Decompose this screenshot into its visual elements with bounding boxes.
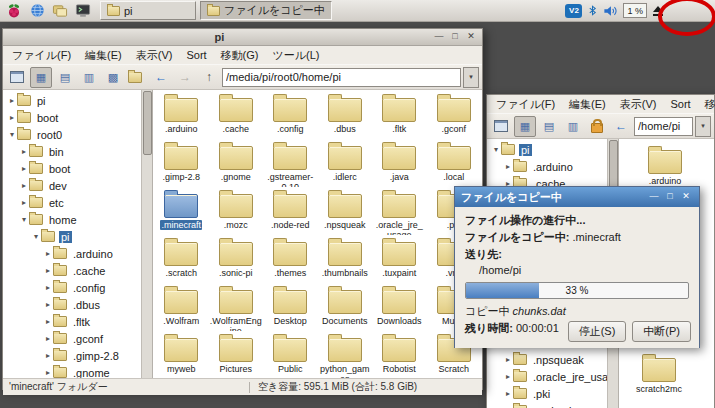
expander-icon[interactable]: [43, 250, 53, 258]
maximize-icon[interactable]: [663, 191, 677, 203]
minimize-icon[interactable]: [647, 191, 661, 203]
file-item[interactable]: .WolframEngine: [209, 283, 264, 331]
cancel-button[interactable]: 中断(P): [632, 321, 691, 342]
close-icon[interactable]: [464, 31, 478, 43]
file-item[interactable]: python_games: [318, 331, 373, 378]
expander-icon[interactable]: [19, 216, 29, 224]
compact-view-button[interactable]: [538, 116, 560, 137]
maximize-icon[interactable]: [448, 31, 462, 43]
compact-view-button[interactable]: [54, 67, 76, 88]
tree-item[interactable]: .npsqueak: [488, 351, 608, 368]
menu-item[interactable]: Sort: [663, 97, 697, 111]
menu-item[interactable]: Sort: [179, 48, 213, 62]
menu-item[interactable]: ファイル(F): [5, 47, 78, 64]
expander-icon[interactable]: [7, 97, 17, 105]
path-input[interactable]: [634, 117, 693, 136]
tree-item[interactable]: pi: [4, 92, 142, 109]
file-item[interactable]: .arduino: [637, 143, 693, 186]
expander-icon[interactable]: [43, 318, 53, 326]
file-item[interactable]: .thumbnails: [318, 235, 373, 283]
file-item[interactable]: .Wolfram: [154, 283, 209, 331]
file-item[interactable]: .gnome: [209, 139, 264, 187]
tree-scrollbar[interactable]: [141, 90, 152, 378]
up-button[interactable]: [198, 67, 220, 88]
back-button[interactable]: [150, 67, 172, 88]
expander-icon[interactable]: [43, 335, 53, 343]
expander-icon[interactable]: [43, 301, 53, 309]
tree-item[interactable]: .gnome: [4, 364, 142, 378]
expander-icon[interactable]: [43, 352, 53, 360]
stop-button[interactable]: 停止(S): [568, 321, 627, 342]
menu-item[interactable]: 移動(G): [214, 47, 266, 64]
detailed-view-button[interactable]: [562, 116, 584, 137]
tree-item[interactable]: pi: [4, 228, 142, 245]
tree-item[interactable]: .dbus: [4, 296, 142, 313]
tree-item[interactable]: .oracle_jre_usage: [488, 368, 608, 385]
start-menu-button[interactable]: [4, 2, 24, 20]
file-item[interactable]: .npsqueak: [318, 187, 373, 235]
vnc-icon[interactable]: V2: [565, 4, 582, 18]
menu-item[interactable]: ファイル(F): [489, 96, 562, 113]
file-item[interactable]: .gimp-2.8: [154, 139, 209, 187]
tree-item[interactable]: .config: [4, 279, 142, 296]
expander-icon[interactable]: [31, 233, 41, 241]
file-item[interactable]: .idlerc: [318, 139, 373, 187]
file-item[interactable]: Robotist: [372, 331, 427, 378]
back-button[interactable]: [610, 116, 632, 137]
file-item[interactable]: Documents: [318, 283, 373, 331]
expander-icon[interactable]: [19, 148, 29, 156]
file-item[interactable]: .local: [427, 139, 482, 187]
tree-item[interactable]: dev: [4, 177, 142, 194]
menu-item[interactable]: 編集(E): [78, 47, 129, 64]
file-item[interactable]: myweb: [154, 331, 209, 378]
close-icon[interactable]: [679, 191, 693, 203]
new-tab-button[interactable]: [490, 116, 512, 137]
bluetooth-icon[interactable]: [587, 3, 598, 18]
file-item[interactable]: .themes: [263, 235, 318, 283]
file-item[interactable]: Pictures: [209, 331, 264, 378]
icon-view-button[interactable]: [30, 67, 52, 88]
path-dropdown-button chevron-down-icon[interactable]: [695, 116, 711, 137]
expander-icon[interactable]: [19, 182, 29, 190]
file-item[interactable]: Public: [263, 331, 318, 378]
detailed-view-button[interactable]: [78, 67, 100, 88]
icon-view-button[interactable]: [514, 116, 536, 137]
menu-item[interactable]: 移動(G): [698, 96, 715, 113]
tree-item[interactable]: .arduino: [4, 245, 142, 262]
expander-icon[interactable]: [503, 373, 513, 381]
scrollbar-thumb[interactable]: [143, 91, 152, 155]
tree-item[interactable]: .arduino: [488, 158, 608, 175]
tree-item[interactable]: .gconf: [4, 330, 142, 347]
expander-icon[interactable]: [43, 284, 53, 292]
file-item[interactable]: Desktop: [263, 283, 318, 331]
file-item[interactable]: scratch2mc: [631, 351, 687, 394]
expander-icon[interactable]: [503, 390, 513, 398]
main-window-titlebar[interactable]: pi: [3, 29, 482, 46]
menu-item[interactable]: 表示(V): [129, 47, 180, 64]
file-item[interactable]: .sonic-pi: [209, 235, 264, 283]
expander-icon[interactable]: [7, 114, 17, 122]
file-item[interactable]: .gstreamer-0.10: [263, 139, 318, 187]
tree-item[interactable]: boot: [4, 109, 142, 126]
file-item[interactable]: .dbus: [318, 91, 373, 139]
file-manager-button[interactable]: [50, 2, 70, 20]
home-button[interactable]: [126, 67, 148, 88]
path-input[interactable]: [222, 68, 461, 87]
thumbnail-view-button[interactable]: [102, 67, 124, 88]
taskbar-window-button[interactable]: pi: [100, 1, 196, 20]
expander-icon[interactable]: [503, 356, 513, 364]
file-item[interactable]: .arduino: [154, 91, 209, 139]
tree-item[interactable]: bin: [4, 143, 142, 160]
lock-button[interactable]: [586, 116, 608, 137]
tree-item[interactable]: pp_backup: [488, 402, 608, 408]
menu-item[interactable]: 表示(V): [613, 96, 664, 113]
tree-item[interactable]: etc: [4, 194, 142, 211]
path-dropdown-button chevron-down-icon[interactable]: [463, 67, 479, 88]
expander-icon[interactable]: [43, 267, 53, 275]
new-tab-button[interactable]: [6, 67, 28, 88]
expander-icon[interactable]: [503, 163, 513, 171]
tree-item[interactable]: .gimp-2.8: [4, 347, 142, 364]
forward-button[interactable]: [174, 67, 196, 88]
dialog-titlebar[interactable]: ファイルをコピー中: [455, 187, 699, 207]
menu-item[interactable]: 編集(E): [562, 96, 613, 113]
